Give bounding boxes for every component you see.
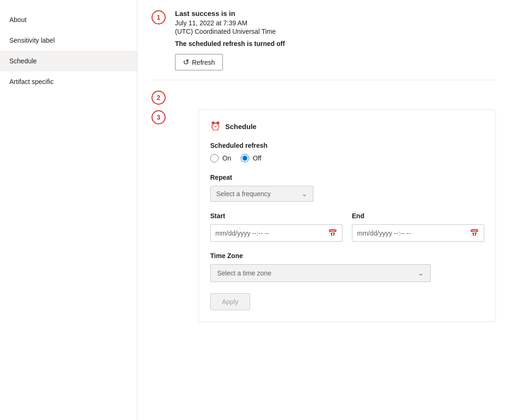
timezone-label: Time Zone: [210, 252, 484, 260]
start-placeholder: mm/dd/yyyy --:-- --: [215, 229, 324, 237]
last-success-timezone: (UTC) Coordinated Universal Time: [175, 28, 496, 35]
timezone-placeholder: Select a time zone: [217, 269, 271, 277]
main-content: 1 Last success is in July 11, 2022 at 7:…: [137, 0, 510, 420]
step2-number: 2: [157, 94, 160, 101]
end-placeholder: mm/dd/yyyy --:-- --: [357, 229, 466, 237]
timezone-section: Time Zone Select a time zone ⌄: [210, 252, 484, 282]
sidebar-item-artifact-specific[interactable]: Artifact specific: [0, 71, 137, 92]
main-layout: About Sensitivity label Schedule Artifac…: [0, 0, 510, 420]
radio-off-input[interactable]: [241, 154, 249, 162]
divider-1: [152, 80, 496, 80]
start-calendar-icon[interactable]: 📅: [328, 229, 337, 237]
scheduled-refresh-status: The scheduled refresh is turned off: [175, 40, 496, 47]
timezone-chevron-icon: ⌄: [418, 269, 424, 277]
step1-circle: 1: [152, 10, 166, 24]
end-calendar-icon[interactable]: 📅: [470, 229, 479, 237]
chevron-down-icon: ⌄: [302, 190, 307, 198]
apply-button-label: Apply: [222, 298, 238, 305]
schedule-card-header: ⏰ Schedule: [210, 121, 484, 131]
timezone-select[interactable]: Select a time zone ⌄: [210, 264, 431, 282]
step3-number: 3: [157, 114, 160, 121]
radio-option-on[interactable]: On: [210, 154, 231, 162]
start-label: Start: [210, 212, 343, 220]
date-row: Start mm/dd/yyyy --:-- -- 📅 End mm/dd/yy…: [210, 212, 484, 242]
sidebar-item-schedule[interactable]: Schedule: [0, 51, 137, 71]
start-input-wrapper[interactable]: mm/dd/yyyy --:-- -- 📅: [210, 224, 343, 242]
last-success-title: Last success is in: [175, 9, 496, 17]
last-success-date: July 11, 2022 at 7:39 AM: [175, 19, 496, 27]
refresh-button[interactable]: ↺ Refresh: [175, 54, 223, 70]
radio-option-off[interactable]: Off: [241, 154, 261, 162]
step2-section: 2: [152, 90, 496, 105]
step1-content: Last success is in July 11, 2022 at 7:39…: [175, 9, 496, 70]
end-field: End mm/dd/yyyy --:-- -- 📅: [352, 212, 484, 242]
start-field: Start mm/dd/yyyy --:-- -- 📅: [210, 212, 343, 242]
step2-circle: 2: [152, 91, 166, 105]
refresh-button-label: Refresh: [192, 59, 215, 66]
repeat-label: Repeat: [210, 174, 484, 181]
scheduled-refresh-label: Scheduled refresh: [210, 142, 484, 149]
frequency-select[interactable]: Select a frequency ⌄: [210, 186, 313, 202]
clock-icon: ⏰: [210, 121, 221, 131]
apply-button[interactable]: Apply: [210, 293, 250, 310]
schedule-card: ⏰ Schedule Scheduled refresh On Off: [198, 109, 496, 322]
step1-section: 1 Last success is in July 11, 2022 at 7:…: [152, 9, 496, 70]
sidebar-item-about[interactable]: About: [0, 9, 137, 30]
repeat-section: Repeat Select a frequency ⌄: [210, 174, 484, 202]
end-label: End: [352, 212, 484, 220]
step1-number: 1: [157, 14, 160, 21]
schedule-card-title: Schedule: [225, 122, 257, 130]
end-input-wrapper[interactable]: mm/dd/yyyy --:-- -- 📅: [352, 224, 484, 242]
step3-circle: 3: [152, 110, 166, 124]
radio-on-input[interactable]: [210, 154, 219, 162]
sidebar: About Sensitivity label Schedule Artifac…: [0, 0, 137, 420]
radio-off-label: Off: [253, 154, 261, 162]
scheduled-refresh-radio-group: On Off: [210, 154, 484, 162]
radio-on-label: On: [222, 154, 231, 162]
step3-section: 3 ⏰ Schedule Scheduled refresh On: [152, 109, 496, 322]
refresh-icon: ↺: [183, 58, 189, 67]
frequency-placeholder: Select a frequency: [216, 190, 271, 198]
sidebar-item-sensitivity-label[interactable]: Sensitivity label: [0, 30, 137, 51]
